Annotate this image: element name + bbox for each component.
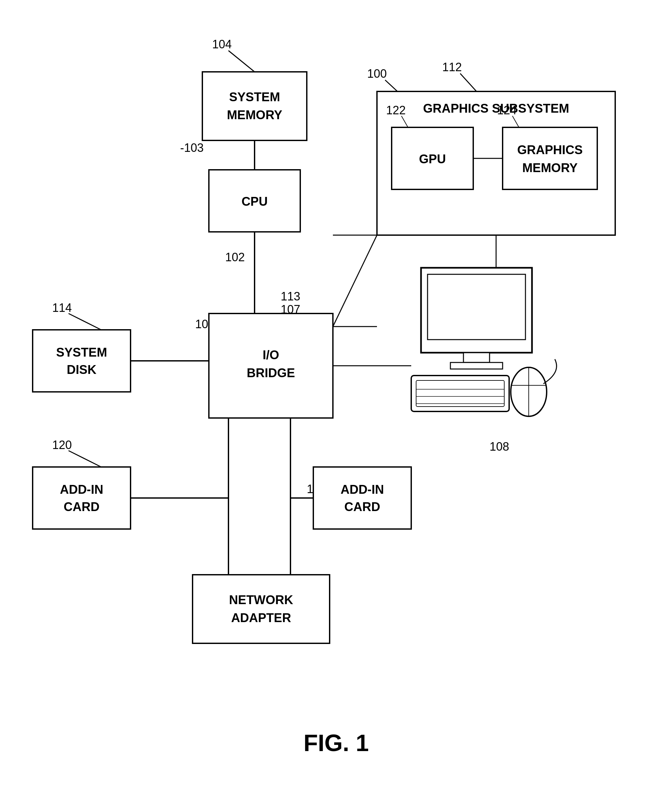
ref-113: 113 (281, 290, 300, 303)
svg-line-22 (69, 313, 101, 330)
graphics-memory-label1: GRAPHICS (517, 143, 583, 157)
ref-124: 124 (497, 104, 517, 117)
system-disk-label1: SYSTEM (56, 346, 107, 359)
svg-line-4 (460, 73, 476, 92)
ref-102: 102 (225, 250, 245, 264)
display-stand (464, 353, 489, 362)
ref-103: -103 (180, 141, 203, 155)
io-bridge-label1: I/O (263, 348, 279, 362)
graphics-memory-box (503, 127, 597, 190)
svg-line-0 (229, 51, 255, 72)
add-in-card-right-label1: ADD-IN (341, 483, 384, 496)
display-screen (427, 274, 525, 340)
network-adapter-label1: NETWORK (229, 593, 293, 607)
system-disk-label2: DISK (67, 363, 96, 376)
system-memory-label2: MEMORY (227, 108, 282, 122)
system-disk-box (33, 330, 131, 392)
ref-100: 100 (367, 67, 387, 80)
gpu-label: GPU (419, 152, 446, 166)
figure-label: FIG. 1 (303, 730, 369, 756)
svg-line-24 (69, 450, 101, 467)
network-adapter-label2: ADAPTER (231, 611, 291, 625)
diagram: 104 SYSTEM MEMORY -103 CPU 102 100 112 G… (0, 0, 672, 787)
io-bridge-label2: BRIDGE (247, 366, 295, 380)
ref-104: 104 (212, 38, 232, 51)
graphics-memory-label2: MEMORY (522, 161, 578, 175)
graphics-subsystem-label: GRAPHICS SUBSYSTEM (423, 101, 569, 115)
display-base (450, 362, 503, 369)
ref-122: 122 (386, 104, 406, 117)
add-in-card-left-label1: ADD-IN (60, 483, 104, 496)
add-in-card-left-box (33, 467, 131, 529)
ref-114: 114 (52, 301, 72, 314)
system-memory-box (202, 72, 307, 141)
ref-112: 112 (442, 60, 462, 74)
system-memory-label: SYSTEM (229, 90, 280, 104)
io-bridge-box (209, 313, 333, 418)
network-adapter-box (192, 575, 330, 643)
add-in-card-right-box (313, 467, 411, 529)
ref-108: 108 (489, 440, 509, 453)
add-in-card-left-label2: CARD (64, 500, 99, 514)
ref-120: 120 (52, 438, 72, 452)
cpu-label: CPU (241, 194, 268, 209)
keyboard (411, 376, 509, 411)
svg-line-9 (333, 235, 377, 327)
add-in-card-right-label2: CARD (344, 500, 380, 514)
